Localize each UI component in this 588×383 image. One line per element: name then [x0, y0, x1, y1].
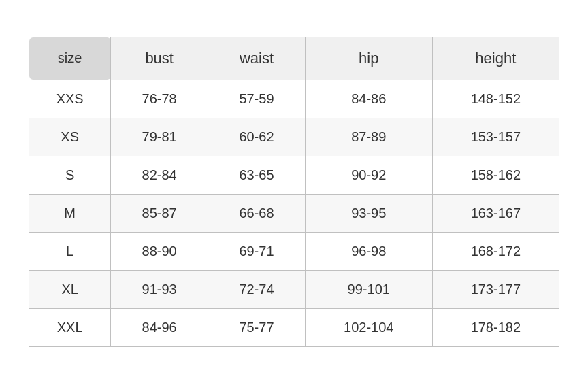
- cell-bust: 82-84: [111, 156, 208, 194]
- header-bust: bust: [111, 37, 208, 80]
- table-header-row: size bust waist hip height: [29, 37, 559, 80]
- table-row: L88-9069-7196-98168-172: [29, 232, 559, 270]
- cell-size: XXS: [29, 80, 111, 118]
- table-row: S82-8463-6590-92158-162: [29, 156, 559, 194]
- cell-size: XXL: [29, 308, 111, 346]
- cell-height: 148-152: [432, 80, 559, 118]
- cell-height: 163-167: [432, 194, 559, 232]
- cell-size: L: [29, 232, 111, 270]
- cell-hip: 102-104: [305, 308, 432, 346]
- cell-hip: 87-89: [305, 118, 432, 156]
- cell-height: 153-157: [432, 118, 559, 156]
- cell-hip: 99-101: [305, 270, 432, 308]
- cell-hip: 84-86: [305, 80, 432, 118]
- table-row: XXS76-7857-5984-86148-152: [29, 80, 559, 118]
- cell-waist: 60-62: [208, 118, 306, 156]
- cell-hip: 93-95: [305, 194, 432, 232]
- cell-size: XL: [29, 270, 111, 308]
- header-hip: hip: [305, 37, 432, 80]
- size-chart-container: size bust waist hip height XXS76-7857-59…: [29, 37, 559, 347]
- table-row: M85-8766-6893-95163-167: [29, 194, 559, 232]
- header-waist: waist: [208, 37, 306, 80]
- cell-bust: 84-96: [111, 308, 208, 346]
- cell-size: M: [29, 194, 111, 232]
- cell-height: 173-177: [432, 270, 559, 308]
- cell-hip: 96-98: [305, 232, 432, 270]
- cell-height: 158-162: [432, 156, 559, 194]
- cell-waist: 63-65: [208, 156, 306, 194]
- cell-waist: 69-71: [208, 232, 306, 270]
- cell-waist: 72-74: [208, 270, 306, 308]
- cell-waist: 66-68: [208, 194, 306, 232]
- header-height: height: [432, 37, 559, 80]
- table-row: XL91-9372-7499-101173-177: [29, 270, 559, 308]
- table-row: XXL84-9675-77102-104178-182: [29, 308, 559, 346]
- cell-bust: 79-81: [111, 118, 208, 156]
- size-chart-table: size bust waist hip height XXS76-7857-59…: [29, 37, 559, 346]
- cell-bust: 88-90: [111, 232, 208, 270]
- table-row: XS79-8160-6287-89153-157: [29, 118, 559, 156]
- cell-waist: 75-77: [208, 308, 306, 346]
- cell-bust: 85-87: [111, 194, 208, 232]
- cell-height: 178-182: [432, 308, 559, 346]
- cell-height: 168-172: [432, 232, 559, 270]
- cell-size: S: [29, 156, 111, 194]
- header-size: size: [29, 37, 111, 80]
- cell-bust: 76-78: [111, 80, 208, 118]
- cell-hip: 90-92: [305, 156, 432, 194]
- cell-waist: 57-59: [208, 80, 306, 118]
- cell-bust: 91-93: [111, 270, 208, 308]
- cell-size: XS: [29, 118, 111, 156]
